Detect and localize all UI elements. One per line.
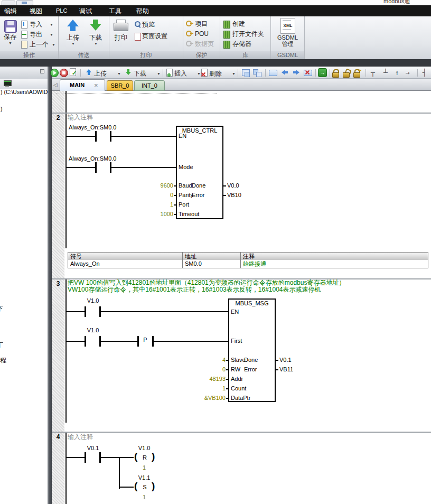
pin-value[interactable]: &VB100	[189, 395, 226, 402]
protect-project-label: 项目	[195, 20, 208, 27]
pin-value[interactable]: 1	[189, 385, 226, 392]
chevron-down-icon[interactable]: ▼	[197, 72, 201, 76]
pin-value[interactable]: 0	[189, 366, 226, 373]
pin-label: Error	[192, 192, 221, 199]
pin-value[interactable]: 9600	[142, 182, 173, 189]
save-label: 保存	[0, 33, 20, 41]
contact[interactable]	[95, 131, 97, 142]
coil-letter: S	[138, 484, 151, 491]
import-icon	[21, 21, 27, 29]
tree-item-fragment[interactable]: )	[1, 106, 3, 113]
output-operand[interactable]: V0.0	[227, 182, 239, 189]
download-label: 下载	[85, 34, 106, 41]
key-icon-stem	[190, 33, 193, 34]
pin-value[interactable]: 48193	[189, 376, 226, 382]
close-icon[interactable]: ×	[94, 81, 98, 89]
sidebar-splitter[interactable]	[48, 67, 52, 504]
menu-edit[interactable]: 编辑	[4, 7, 17, 16]
network-comment[interactable]: 输入注释	[68, 433, 93, 441]
preview-label: 预览	[142, 21, 155, 28]
chevron-down-icon: ▼	[50, 23, 53, 26]
symbol-table-cell[interactable]: 始终接通	[240, 260, 428, 268]
pin-label: Baud	[179, 182, 192, 189]
pin-value[interactable]: 4	[189, 357, 226, 363]
network-comment[interactable]: 输入注释	[68, 114, 93, 121]
network-number: 2	[52, 114, 64, 122]
contact-operand[interactable]: Always_On:SM0.0	[69, 155, 116, 162]
coil-paren-right: )	[152, 481, 155, 491]
contact[interactable]	[85, 452, 86, 463]
library-open-folder-icon	[223, 31, 230, 39]
coil-count[interactable]: 1	[133, 494, 156, 501]
run-button[interactable]	[50, 69, 59, 77]
xml-file-icon: XML	[280, 18, 295, 34]
pin-label: Done	[244, 357, 274, 363]
pin-label: EN	[179, 133, 186, 139]
pin-value[interactable]: 1000	[142, 211, 173, 218]
output-operand[interactable]: V0.1	[279, 357, 292, 363]
tab-int0-label: INT_0	[142, 82, 157, 89]
ladder-line-up-icon[interactable]: ↑	[395, 69, 399, 77]
titlebar	[0, 0, 431, 5]
pin-label: First	[231, 338, 242, 344]
menu-view[interactable]: 视图	[30, 7, 42, 16]
bookmark-toggle-icon[interactable]	[269, 70, 277, 76]
menu-plc[interactable]: PLC	[56, 7, 67, 14]
coil-count[interactable]: 1	[133, 464, 156, 471]
group-label-operations: 操作	[0, 51, 58, 59]
chevron-down-icon[interactable]: ▼	[117, 72, 121, 76]
tab-scroll-back-icon[interactable]: ◁	[53, 81, 58, 88]
contact-operand[interactable]: V1.0	[77, 327, 109, 334]
pin-value[interactable]: 0	[142, 192, 173, 199]
contact[interactable]	[85, 336, 86, 347]
ladder-line-right-icon[interactable]: →	[406, 69, 410, 77]
contact[interactable]	[95, 162, 97, 173]
power-rail	[65, 278, 67, 423]
contact-operand[interactable]: V0.1	[77, 445, 109, 452]
ladder-contact-icon[interactable]: ┤	[423, 69, 427, 77]
chevron-down-icon[interactable]: ▼	[232, 72, 236, 76]
ribbon-bottom-band	[0, 59, 431, 67]
group-label-transfer: 传送	[59, 51, 109, 59]
chevron-down-icon[interactable]: ▼	[157, 72, 161, 76]
tree-item-fragment[interactable]: 丁	[0, 341, 3, 349]
pin-label: Count	[231, 385, 246, 392]
output-operand[interactable]: VB11	[279, 366, 293, 373]
ribbon-group-gsdml: XML GSDML 管理 GSDML	[271, 16, 305, 59]
stop-button[interactable]	[60, 69, 68, 77]
contact-operand[interactable]: V1.0	[77, 297, 109, 304]
export-icon	[21, 31, 27, 39]
tree-item-fragment[interactable]: 下	[0, 305, 3, 312]
selection-dotted-line	[57, 93, 217, 94]
tree-item-fragment[interactable]: 程	[0, 357, 6, 364]
upload-arrow-stem	[70, 26, 76, 31]
pin-label: Done	[192, 182, 221, 189]
project-path-item[interactable]: ) (C:\Users\AOWID	[1, 89, 48, 96]
ladder-branch-up-icon[interactable]: ┴	[383, 69, 388, 77]
goto-icon[interactable]: →	[318, 68, 327, 77]
upload-arrow-icon	[67, 20, 79, 26]
symbol-table-cell[interactable]: SM0.0	[182, 260, 241, 268]
pin-label: DataPtr	[231, 395, 250, 402]
network-separator	[52, 432, 431, 433]
pin-value[interactable]: 1	[142, 201, 173, 208]
network-comment[interactable]: 把VW 100的值写入到412801的地址里面（412801为变频器的运行命令存…	[68, 279, 345, 286]
ladder-branch-down-icon[interactable]: ┬	[371, 69, 375, 77]
menu-help[interactable]: 帮助	[136, 7, 149, 16]
menu-tools[interactable]: 工具	[109, 7, 121, 16]
tab-sbr0[interactable]: SBR_0	[107, 80, 133, 91]
network-number: 4	[52, 433, 64, 441]
contact-operand[interactable]: Always_On:SM0.0	[69, 124, 116, 131]
tab-main-label: MAIN	[70, 82, 85, 88]
symbol-table-cell[interactable]: Always_On	[68, 260, 183, 268]
tab-int0[interactable]: INT_0	[134, 80, 165, 91]
output-operand[interactable]: VB10	[227, 192, 241, 199]
contact[interactable]	[85, 306, 86, 317]
tab-main[interactable]: MAIN ×	[60, 79, 105, 91]
symbol-table-header: 注释	[240, 252, 428, 260]
ribbon-group-operations: 保存 ▼ 导入 ▼ 导出 ▼ 上一个 ▼ 操作	[0, 16, 59, 59]
pin-label: Port	[179, 201, 189, 208]
protect-pou-label: POU	[195, 30, 209, 38]
menu-debug[interactable]: 调试	[79, 7, 92, 16]
network-comment[interactable]: VW100存储运行命令，其中16#1001表示正转，16#1003表示反转，16…	[68, 286, 321, 293]
